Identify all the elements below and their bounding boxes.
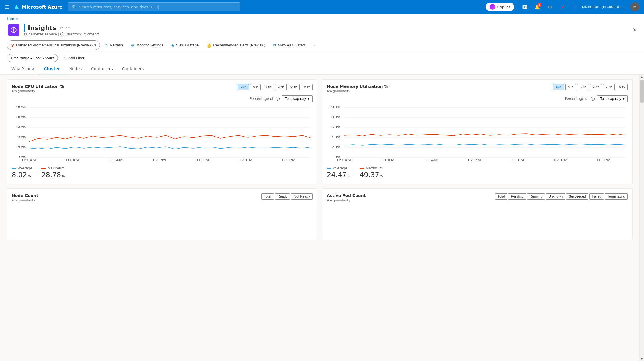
cpu-chart-title: Node CPU Utilization % [12,84,64,89]
cpu-ctrl-50th[interactable]: 50th [262,84,274,90]
refresh-button[interactable]: ↺ Refresh [101,41,126,49]
cpu-ctrl-max[interactable]: Max [301,84,313,90]
favorite-icon[interactable]: ☆ [59,25,63,31]
account-settings-button[interactable]: 👤 [570,1,581,13]
memory-ctrl-avg[interactable]: Avg [553,84,564,90]
main-content: Node CPU Utilization % 4m granularity Av… [0,75,639,361]
cpu-filter-row: Percentage of i Total capacity ▾ [12,95,313,102]
feedback-button[interactable]: 📧 [519,1,531,13]
time-range-button[interactable]: Time range = Last 6 hours [7,54,58,62]
cpu-max-label: Maximum [48,166,64,170]
scroll-thumb[interactable] [640,80,644,103]
more-options-icon[interactable]: ··· [66,25,70,31]
scroll-down-arrow[interactable]: ▼ [640,357,644,360]
svg-text:02 PM: 02 PM [239,159,253,162]
cpu-capacity-dropdown[interactable]: Total capacity ▾ [282,95,313,102]
svg-text:11 AM: 11 AM [109,159,123,162]
tab-containers[interactable]: Containers [117,64,148,74]
more-icon: ··· [313,43,316,47]
svg-text:0%: 0% [19,155,26,159]
cpu-avg-bar [12,168,16,169]
pod-count-granularity: 4m granularity [327,198,366,202]
cpu-capacity-chevron: ▾ [308,97,309,101]
tab-cluster[interactable]: Cluster [39,64,64,74]
memory-filter-row: Percentage of i Total capacity ▾ [327,95,628,102]
prometheus-dropdown-button[interactable]: ⊙ Managed Prometheus visualizations (Pre… [7,40,100,50]
recommended-alerts-label: Recommended alerts (Preview) [213,43,265,47]
pod-ctrl-unknown[interactable]: Unknown [546,193,565,200]
account-display[interactable]: MICROSOFT (MICROSOFT.ONMI... M [582,2,639,11]
pod-ctrl-total[interactable]: Total [495,193,507,200]
pod-ctrl-terminating[interactable]: Terminating [605,193,628,200]
search-bar[interactable]: 🔍 Search resources, services, and docs (… [68,2,240,11]
notifications-button[interactable]: 🔔 1 [532,1,543,13]
node-ctrl-ready[interactable]: Ready [275,193,290,200]
settings-button[interactable]: ⚙ [544,1,556,13]
memory-chart-title: Node Memory Utilization % [327,84,388,89]
cpu-chart-svg: 100% 80% 60% 40% 20% 0% [12,104,313,162]
node-count-title: Node Count [12,193,38,198]
recommended-alerts-button[interactable]: 🔔 Recommended alerts (Preview) [203,41,269,49]
nav-right: Copilot 📧 🔔 1 ⚙ ❓ 👤 MICROSOFT (MICROSOFT… [486,1,639,13]
clusters-icon: ⧉ [273,43,276,48]
memory-max-legend: Maximum 49.37% [360,166,383,179]
memory-ctrl-max[interactable]: Max [616,84,628,90]
node-ctrl-total[interactable]: Total [261,193,274,200]
memory-info-icon[interactable]: i [591,97,595,101]
scrollbar[interactable]: ▲ ▼ [639,75,644,361]
svg-marker-0 [14,5,19,9]
cpu-ctrl-95th[interactable]: 95th [288,84,300,90]
time-range-text: Time range = Last 6 hours [11,56,54,60]
cpu-max-legend: Maximum 28.78% [41,166,65,179]
svg-text:40%: 40% [331,135,341,139]
pod-ctrl-failed[interactable]: Failed [589,193,604,200]
tab-controllers[interactable]: Controllers [87,64,117,74]
view-all-clusters-button[interactable]: ⧉ View All Clusters [270,41,309,49]
monitor-settings-button[interactable]: ⚙ Monitor Settings [127,41,167,49]
tab-whats-new[interactable]: What's new [7,64,39,74]
account-text: MICROSOFT (MICROSOFT.ONMI... [582,5,628,9]
tab-nodes[interactable]: Nodes [65,64,87,74]
cpu-ctrl-90th[interactable]: 90th [275,84,287,90]
memory-percentage-label: Percentage of [565,97,588,101]
memory-ctrl-min[interactable]: Min [565,84,576,90]
copilot-button[interactable]: Copilot [486,3,514,11]
memory-chart-card: Node Memory Utilization % 4m granularity… [322,79,633,184]
subtitle-service: Kubernetes service [24,32,57,36]
pod-ctrl-pending[interactable]: Pending [508,193,526,200]
close-button[interactable]: ✕ [632,27,637,33]
svg-text:11 AM: 11 AM [424,159,438,162]
node-ctrl-not-ready[interactable]: Not Ready [291,193,313,200]
memory-avg-legend: Average 24.47% [327,166,350,179]
memory-ctrl-50th[interactable]: 50th [577,84,589,90]
svg-text:20%: 20% [331,145,341,149]
breadcrumb-separator: › [19,17,21,20]
cpu-chart-granularity: 4m granularity [12,89,64,93]
pod-count-title-group: Active Pod Count 4m granularity [327,193,366,202]
cpu-ctrl-min[interactable]: Min [250,84,261,90]
grafana-icon: ◈ [171,43,174,48]
breadcrumb-home[interactable]: Home [7,17,18,21]
tabs: What's new Cluster Nodes Controllers Con… [0,64,644,75]
memory-chart-legend: Average 24.47% Maximum [327,164,628,179]
memory-capacity-dropdown[interactable]: Total capacity ▾ [597,95,628,102]
add-filter-button[interactable]: ⊕ Add Filter [60,54,88,62]
node-count-card: Node Count 4m granularity Total Ready No… [7,188,317,240]
svg-text:100%: 100% [328,105,341,109]
help-button[interactable]: ❓ [557,1,568,13]
scroll-up-arrow[interactable]: ▲ [640,75,644,79]
hamburger-icon[interactable]: ☰ [5,4,9,10]
cpu-chart-controls: Avg Min 50th 90th 95th Max [238,84,313,90]
svg-text:02 PM: 02 PM [554,159,568,162]
feedback-icon: 📧 [522,4,528,10]
pod-ctrl-succeeded[interactable]: Succeeded [566,193,588,200]
prometheus-label: Managed Prometheus visualizations (Previ… [16,43,93,47]
toolbar-more-button[interactable]: ··· [310,41,318,49]
view-grafana-button[interactable]: ◈ View Grafana [168,41,202,49]
memory-ctrl-95th[interactable]: 95th [603,84,615,90]
pod-count-controls: Total Pending Running Unknown Succeeded … [495,193,628,200]
cpu-ctrl-avg[interactable]: Avg [238,84,249,90]
pod-ctrl-running[interactable]: Running [527,193,545,200]
memory-ctrl-90th[interactable]: 90th [590,84,602,90]
cpu-info-icon[interactable]: i [276,97,280,101]
